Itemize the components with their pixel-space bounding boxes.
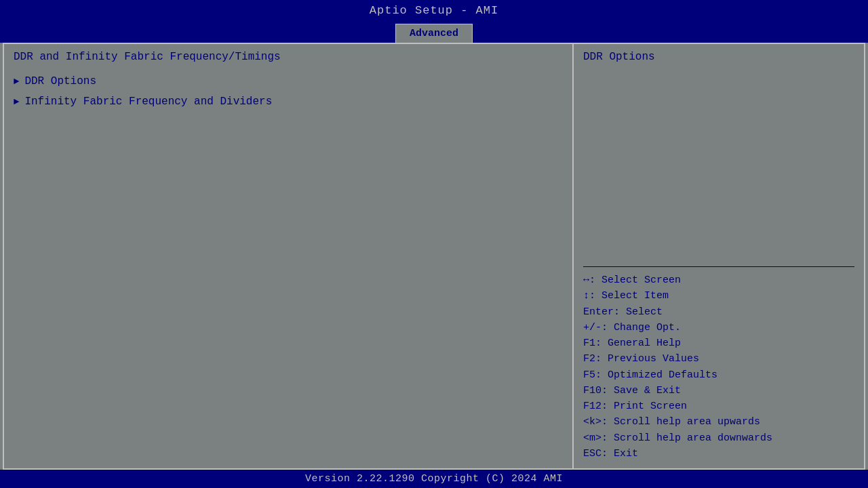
key-action: Select Item bbox=[595, 290, 669, 302]
main-content: DDR and Infinity Fabric Frequency/Timing… bbox=[3, 43, 865, 470]
key-label: F5: bbox=[583, 369, 601, 381]
key-label: ESC: bbox=[583, 448, 608, 460]
key-hint: +/-: Change Opt. bbox=[583, 320, 854, 336]
help-text bbox=[583, 71, 854, 261]
right-divider bbox=[583, 266, 854, 267]
key-hint: ↕: Select Item bbox=[583, 288, 854, 304]
menu-item-infinity-fabric-label: Infinity Fabric Frequency and Dividers bbox=[24, 96, 272, 108]
version-text: Version 2.22.1290 Copyright (C) 2024 AMI bbox=[305, 473, 563, 485]
key-action: Scroll help area upwards bbox=[608, 416, 760, 428]
tab-bar: Advanced bbox=[0, 21, 868, 43]
key-label: F1: bbox=[583, 338, 601, 349]
key-action: Exit bbox=[608, 448, 638, 460]
right-panel: DDR Options ↔: Select Screen↕: Select It… bbox=[574, 44, 864, 468]
key-label: ↔: bbox=[583, 274, 595, 286]
key-action: Save & Exit bbox=[608, 385, 681, 396]
key-hint: F1: General Help bbox=[583, 336, 854, 351]
key-hint: ESC: Exit bbox=[583, 446, 854, 462]
key-hint: <m>: Scroll help area downwards bbox=[583, 430, 854, 446]
status-bar: Version 2.22.1290 Copyright (C) 2024 AMI bbox=[0, 470, 868, 488]
menu-item-ddr-options-label: DDR Options bbox=[24, 75, 96, 87]
key-action: Select Screen bbox=[595, 274, 681, 286]
left-panel: DDR and Infinity Fabric Frequency/Timing… bbox=[4, 44, 574, 468]
key-hint: ↔: Select Screen bbox=[583, 272, 854, 288]
key-hint: F5: Optimized Defaults bbox=[583, 367, 854, 383]
key-action: Previous Values bbox=[601, 353, 699, 365]
key-hint: F12: Print Screen bbox=[583, 399, 854, 414]
key-action: Print Screen bbox=[608, 401, 687, 412]
key-help: ↔: Select Screen↕: Select ItemEnter: Sel… bbox=[583, 272, 854, 462]
key-label: F12: bbox=[583, 401, 608, 412]
key-action: Select bbox=[620, 306, 663, 318]
key-action: General Help bbox=[601, 338, 681, 349]
key-hint: Enter: Select bbox=[583, 304, 854, 320]
key-hint: <k>: Scroll help area upwards bbox=[583, 414, 854, 430]
app-title: Aptio Setup - AMI bbox=[370, 4, 498, 17]
key-label: F10: bbox=[583, 385, 608, 396]
key-action: Optimized Defaults bbox=[601, 369, 717, 381]
menu-item-infinity-fabric[interactable]: ► Infinity Fabric Frequency and Dividers bbox=[14, 94, 563, 109]
tab-advanced[interactable]: Advanced bbox=[395, 24, 473, 43]
key-hint: F10: Save & Exit bbox=[583, 383, 854, 399]
key-label: +/-: bbox=[583, 322, 608, 333]
arrow-icon: ► bbox=[14, 76, 19, 87]
key-label: ↕: bbox=[583, 290, 595, 302]
key-label: <k>: bbox=[583, 416, 608, 428]
title-bar: Aptio Setup - AMI bbox=[0, 0, 868, 21]
key-hint: F2: Previous Values bbox=[583, 351, 854, 367]
key-label: Enter: bbox=[583, 306, 620, 318]
menu-item-ddr-options[interactable]: ► DDR Options bbox=[14, 74, 563, 89]
key-label: <m>: bbox=[583, 432, 608, 444]
key-action: Scroll help area downwards bbox=[608, 432, 772, 444]
arrow-icon-2: ► bbox=[14, 96, 19, 107]
page-title: DDR and Infinity Fabric Frequency/Timing… bbox=[14, 51, 563, 63]
key-action: Change Opt. bbox=[608, 322, 681, 333]
key-label: F2: bbox=[583, 353, 601, 365]
help-title: DDR Options bbox=[583, 51, 854, 63]
